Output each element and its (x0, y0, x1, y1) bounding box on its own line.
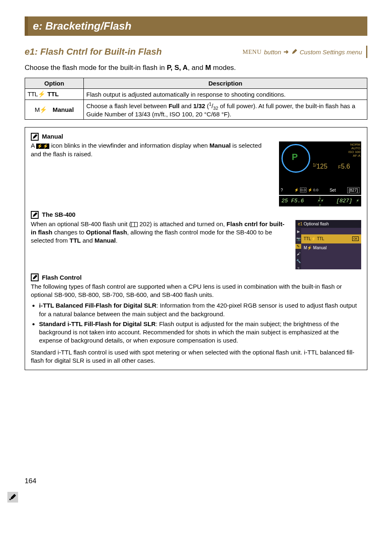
note-title: The SB-400 (42, 211, 76, 219)
t: TTL (69, 237, 81, 244)
t: ( (205, 102, 209, 109)
note-manual-body: A ⚡⚡ icon blinks in the viewfinder and i… (31, 141, 361, 206)
flash-control-list: i-TTL Balanced Fill-Flash for Digital SL… (31, 301, 361, 345)
t: . (116, 237, 118, 244)
table-row: M⚡ Manual Choose a flash level between F… (25, 100, 367, 120)
bolt-icon: ⚡ (39, 106, 47, 113)
camera-icon: 📷 (296, 236, 301, 241)
setup-icon: 🔧 (296, 259, 301, 264)
note-icon (31, 133, 39, 141)
right-indicators: NORM AUTO ISO 100 AF-A (348, 143, 360, 158)
t: i-TTL Balanced Fill-Flash for Digital SL… (39, 302, 157, 309)
t: 125 (316, 163, 327, 170)
opt-prefix: TTL (28, 90, 38, 97)
desc-manual: Choose a flash level between Full and 1/… (84, 100, 367, 120)
camera-icon: ▶ (297, 229, 300, 234)
menu-left-icons: ▶ 📷 ✎ 🖌 🔧 ? (295, 227, 301, 269)
note-title: Flash Control (42, 273, 82, 282)
setting-row: e1: Flash Cntrl for Built-in Flash MENU … (25, 46, 367, 58)
menu-row-label: M⚡ Manual (304, 245, 327, 251)
t: Manual (210, 142, 231, 149)
menu-path-text: Custom Settings menu (300, 49, 362, 56)
opt-label: Manual (53, 106, 74, 113)
setting-menu-path: MENU button ➜ Custom Settings menu (242, 48, 362, 56)
opt-prefix: M (35, 106, 39, 113)
mode-dial-icon (281, 144, 310, 173)
th-description: Description (84, 78, 367, 89)
opt-manual: M⚡ Manual (25, 100, 84, 120)
intro-mode-m: M (205, 64, 211, 72)
section-header: e: Bracketing/Flash (25, 16, 367, 36)
note-sb400-heading: The SB-400 (31, 211, 361, 219)
help-icon: ? (297, 266, 299, 271)
t: Full (168, 102, 180, 109)
camera-menu-screen: e1 Optional flash ▶ 📷 ✎ 🖌 🔧 ? TTL⚡ TTL O… (295, 220, 361, 269)
t: 1/32 (193, 102, 205, 109)
t: changes to (53, 229, 86, 236)
intro-and: , and (188, 64, 205, 72)
t: A (31, 142, 36, 149)
note-flashctrl-p2: Standard i-TTL flash control is used wit… (31, 348, 361, 365)
button-word: button (264, 49, 281, 56)
t: and (81, 237, 95, 244)
bottom-indicators: ? ⚡ 0.0 ⚡ 0.0 Set [827] (281, 187, 360, 194)
note-flashctrl-heading: Flash Control (31, 273, 361, 282)
set-label: Set (330, 188, 336, 193)
t: Standard i-TTL Fill-Flash for Digital SL… (39, 320, 156, 327)
note-manual-heading: Manual (31, 132, 361, 141)
note-title: Manual (42, 132, 63, 141)
note-icon (31, 273, 39, 281)
note-icon (31, 211, 39, 219)
shutter-value: 1/125 (313, 162, 327, 171)
menu-code: e1 (298, 222, 302, 226)
note-sb400-body: When an optional SB-400 flash unit ( 202… (31, 220, 361, 269)
t: Choose a flash level between (86, 102, 168, 109)
vf-flash-icon: ⚡⚡ ↓ ↑ (317, 197, 323, 205)
th-option: Option (25, 78, 84, 89)
ok-badge: OK (352, 236, 359, 241)
t: and (180, 102, 193, 109)
intro-prefix: Choose the flash mode for the built-in f… (25, 64, 167, 72)
aperture-value: F5.6 (338, 162, 350, 171)
note-sb400-text: When an optional SB-400 flash unit ( 202… (31, 220, 290, 245)
viewfinder-display: 25 F5.6 ⚡⚡ ↓ ↑ [827] ⚡ (279, 196, 361, 206)
vf-left: 25 F5.6 (281, 197, 304, 205)
arrow-up-icon: ↓ (318, 194, 322, 202)
t: 1/ (313, 162, 316, 167)
bolt-icon: ⚡ (38, 90, 46, 97)
retouch-icon: 🖌 (297, 251, 300, 256)
shot-count: [827] (347, 187, 360, 194)
menu-row-label: TTL⚡ TTL (304, 236, 324, 242)
t: 5.6 (341, 163, 350, 170)
page-number: 164 (25, 477, 367, 485)
note-manual-text: A ⚡⚡ icon blinks in the viewfinder and i… (31, 141, 273, 158)
t: Optional flash (86, 229, 127, 236)
t: When an optional SB-400 flash unit ( (31, 220, 131, 227)
flash-comp-icon: ⚡⚡ (36, 144, 49, 149)
vf-right: [827] ⚡ (336, 197, 359, 205)
intro-text: Choose the flash mode for the built-in f… (25, 64, 367, 72)
list-item: Standard i-TTL Fill-Flash for Digital SL… (39, 320, 361, 345)
opt-ttl: TTL⚡ TTL (25, 89, 84, 100)
t: 202) is attached and turned on, (138, 220, 226, 227)
note-flashctrl-p1: The following types of flash control are… (31, 283, 361, 299)
options-table: Option Description TTL⚡ TTL Flash output… (25, 78, 367, 120)
menu-row-ttl: TTL⚡ TTL OK (301, 234, 361, 243)
pencil-icon: ✎ (295, 244, 301, 249)
menu-row-manual: M⚡ Manual (301, 243, 361, 253)
menu-word: MENU (242, 49, 261, 56)
table-row: TTL⚡ TTL Flash output is adjusted automa… (25, 89, 367, 100)
opt-label: TTL (47, 90, 59, 97)
setting-title: e1: Flash Cntrl for Built-in Flash (25, 46, 242, 57)
intro-suffix: modes. (211, 64, 236, 72)
menu-header: e1 Optional flash (295, 220, 361, 228)
t: icon blinks in the viewfinder and inform… (49, 142, 209, 149)
info-box: Manual A ⚡⚡ icon blinks in the viewfinde… (25, 127, 367, 370)
page-side-tab-icon (7, 492, 18, 502)
page-ref-icon (131, 222, 138, 227)
pencil-icon (291, 49, 297, 55)
t: Manual (95, 237, 116, 244)
arrow-down-icon: ↑ (318, 202, 322, 210)
t: 32 (213, 106, 218, 111)
intro-modes: P, S, A (167, 64, 188, 72)
